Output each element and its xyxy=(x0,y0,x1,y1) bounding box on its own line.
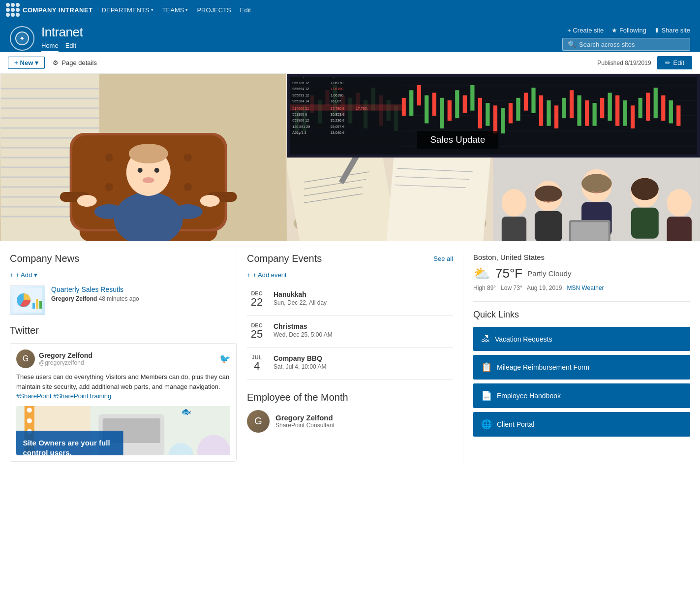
eom-title: Employee of the Month xyxy=(247,392,453,403)
svg-rect-154 xyxy=(36,299,38,309)
svg-text:17,785.: 17,785. xyxy=(356,106,368,111)
svg-rect-92 xyxy=(662,95,666,121)
news-meta: Gregory Zelfond 48 minutes ago xyxy=(51,295,139,302)
event-date: DEC 22 xyxy=(247,290,267,308)
site-title: Intranet xyxy=(41,25,83,40)
edit-button[interactable]: ✏ Edit xyxy=(657,56,692,69)
svg-rect-64 xyxy=(448,100,452,121)
svg-point-160 xyxy=(27,418,32,423)
nav-teams[interactable]: TEAMS ▾ xyxy=(162,6,188,14)
news-content: Quarterly Sales Resutls Gregory Zelfond … xyxy=(51,285,139,315)
svg-text:965725  12: 965725 12 xyxy=(293,81,309,85)
eom-name: Gregory Zelfond xyxy=(275,413,335,422)
svg-point-138 xyxy=(581,174,612,193)
tweet-hashtags[interactable]: #SharePoint #SharePointTraining xyxy=(16,392,111,400)
subnav-home[interactable]: Home xyxy=(41,42,59,52)
svg-text:🐟: 🐟 xyxy=(181,406,191,416)
svg-rect-74 xyxy=(524,93,528,110)
events-title: Company Events xyxy=(247,253,322,264)
svg-point-19 xyxy=(105,154,113,161)
plus-icon: + xyxy=(10,271,14,279)
event-date: JUL 4 xyxy=(247,354,267,372)
svg-rect-155 xyxy=(39,301,42,309)
svg-rect-69 xyxy=(486,103,490,126)
svg-point-35 xyxy=(77,195,97,207)
chevron-down-icon: ▾ xyxy=(34,271,37,279)
site-logo-inner: ✦ xyxy=(15,32,29,45)
company-news-title: Company News xyxy=(10,253,237,264)
svg-point-29 xyxy=(129,144,168,163)
logo-icon: ✦ xyxy=(19,34,25,42)
following-button[interactable]: ★ Following xyxy=(611,27,646,34)
nav-projects[interactable]: PROJECTS xyxy=(197,6,231,14)
add-news-button[interactable]: + + Add ▾ xyxy=(10,271,237,279)
svg-point-144 xyxy=(631,178,659,200)
new-button[interactable]: + New ▾ xyxy=(8,57,45,69)
news-thumbnail xyxy=(10,285,45,315)
page-toolbar: + New ▾ ⚙ Page details Published 8/19/20… xyxy=(0,52,700,74)
svg-rect-80 xyxy=(570,90,574,118)
svg-text:13,040.€: 13,040.€ xyxy=(331,130,344,135)
company-events-section: Company Events See all + + Add event DEC… xyxy=(247,253,453,380)
svg-text:1,06190: 1,06190 xyxy=(331,87,343,91)
event-info: Company BBQ Sat, Jul 4, 10:00 AM xyxy=(274,354,326,372)
svg-text:120,891  29: 120,891 29 xyxy=(293,125,310,129)
nav-edit[interactable]: Edit xyxy=(240,6,251,14)
svg-text:161,07: 161,07 xyxy=(331,99,341,103)
weather-location: Boston, United States xyxy=(473,253,690,261)
create-site-button[interactable]: + Create site xyxy=(567,27,604,34)
quick-link-handbook[interactable]: 📄 Employee Handbook xyxy=(473,383,690,408)
subnav-edit[interactable]: Edit xyxy=(65,42,76,52)
event-item-hanukkah: DEC 22 Hanukkah Sun, Dec 22, All day xyxy=(247,284,453,316)
weather-divider xyxy=(473,301,690,302)
news-item: Quarterly Sales Resutls Gregory Zelfond … xyxy=(10,285,237,315)
quick-link-mileage[interactable]: 📋 Mileage Reimbursement Form xyxy=(473,355,690,380)
hero-right-panels: AGEx| 501 4,880.5 4,882.5 +0.51% 965725 … xyxy=(287,74,700,241)
svg-text:35,236.€: 35,236.€ xyxy=(331,118,344,123)
tweet-box: G Gregory Zelfond @gregoryzelfond 🐦 Thes… xyxy=(10,343,237,462)
msn-weather-link[interactable]: MSN Weather xyxy=(567,285,604,291)
svg-point-21 xyxy=(184,154,192,161)
search-input[interactable] xyxy=(579,41,685,48)
svg-text:A51y/1  3: A51y/1 3 xyxy=(293,130,307,135)
svg-point-141 xyxy=(535,186,562,202)
hero-meeting-panel xyxy=(493,158,700,241)
right-column: Boston, United States ⛅ 75°F Partly Clou… xyxy=(463,253,690,462)
svg-rect-150 xyxy=(571,222,609,241)
quick-link-vacation[interactable]: 🏖 Vacation Requests xyxy=(473,327,690,351)
eom-avatar: G xyxy=(247,410,270,433)
svg-rect-83 xyxy=(593,103,597,126)
svg-rect-63 xyxy=(440,98,444,128)
svg-text:4,882.5: 4,882.5 xyxy=(356,77,370,78)
svg-rect-90 xyxy=(646,93,650,121)
company-news-section: Company News + + Add ▾ xyxy=(10,253,237,315)
plus-icon: + xyxy=(247,271,251,279)
search-box[interactable]: 🔍 xyxy=(562,38,690,51)
brand-logo[interactable]: COMPANY INTRANET xyxy=(6,3,93,17)
site-actions: + Create site ★ Following ⬆ Share site xyxy=(567,27,690,34)
quick-link-portal[interactable]: 🌐 Client Portal xyxy=(473,412,690,437)
svg-rect-86 xyxy=(615,95,619,126)
svg-text:965694  12: 965694 12 xyxy=(293,87,309,91)
nav-departments[interactable]: DEPARTMENTS ▾ xyxy=(102,6,153,14)
svg-text:659900  12: 659900 12 xyxy=(293,118,309,123)
svg-rect-58 xyxy=(402,98,406,116)
hero-left-panel xyxy=(0,74,287,241)
svg-text:control users.: control users. xyxy=(23,448,72,455)
svg-rect-72 xyxy=(509,103,513,123)
pencil-icon: ✏ xyxy=(665,59,670,66)
page-details-button[interactable]: ⚙ Page details xyxy=(53,59,97,66)
news-title[interactable]: Quarterly Sales Resutls xyxy=(51,285,139,293)
svg-text:AGEx| 501: AGEx| 501 xyxy=(293,77,312,78)
tweet-avatar: G xyxy=(16,349,35,368)
weather-detail: High 89° Low 73° Aug 19, 2019 MSN Weathe… xyxy=(473,285,690,291)
svg-text:1,06170: 1,06170 xyxy=(331,81,343,85)
gear-icon: ⚙ xyxy=(53,59,59,66)
add-event-button[interactable]: + + Add event xyxy=(247,271,453,279)
see-all-events-link[interactable]: See all xyxy=(433,255,453,262)
event-info: Christmas Wed, Dec 25, 5:00 AM xyxy=(274,322,333,340)
svg-point-24 xyxy=(184,183,192,191)
svg-text:1,06180: 1,06180 xyxy=(331,93,343,97)
share-site-button[interactable]: ⬆ Share site xyxy=(654,27,690,34)
svg-rect-75 xyxy=(532,88,536,113)
